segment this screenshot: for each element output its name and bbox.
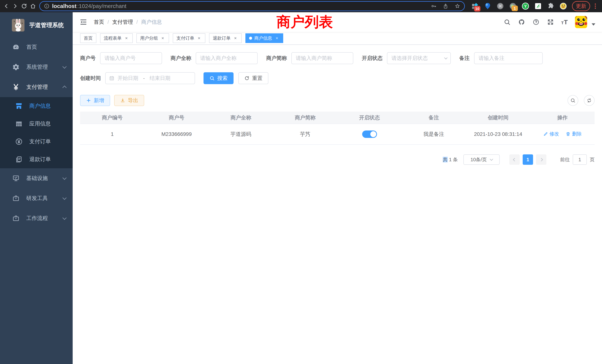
status-select[interactable]: 请选择开启状态 [387, 52, 451, 64]
pencil-icon [543, 132, 548, 136]
sidebar-item-pay-order[interactable]: 支付订单 [0, 133, 73, 150]
date-range-picker[interactable]: 开始日期 - 结束日期 [105, 72, 195, 84]
extension-command-icon[interactable]: ⌘ [496, 2, 504, 10]
sidebar-item-infra[interactable]: 基础设施 [0, 168, 73, 188]
filter-merchant-no: 商户号 [80, 52, 162, 64]
add-button[interactable]: 新增 [80, 95, 110, 106]
arrow-right-icon [12, 3, 18, 9]
full-name-input[interactable] [196, 52, 258, 64]
close-icon[interactable]: × [160, 36, 165, 41]
chevron-right-icon [539, 158, 543, 161]
home-icon [30, 3, 36, 9]
search-icon [570, 98, 576, 103]
tag-pay-order[interactable]: 支付订单 × [173, 33, 205, 43]
tag-user-group[interactable]: 用户分组 × [136, 33, 169, 43]
tag-label: 支付订单 [176, 35, 194, 41]
browser-back-button[interactable] [2, 2, 11, 11]
status-toggle[interactable] [362, 130, 377, 138]
sidebar-item-dev-tools[interactable]: 研发工具 [0, 188, 73, 208]
chrome-menu-button[interactable] [592, 3, 599, 9]
export-button[interactable]: 导出 [114, 95, 144, 106]
prev-page-button[interactable] [509, 154, 520, 165]
app-logo[interactable]: 芋道管理系统 [0, 12, 73, 37]
chrome-update-button[interactable]: 更新 [572, 1, 590, 11]
col-status: 开启状态 [337, 112, 402, 124]
filter-row-1: 商户号 商户全称 商户简称 开启状态 请选择开启状态 [80, 52, 595, 64]
search-button[interactable]: 搜索 [204, 72, 234, 84]
page-1-button[interactable]: 1 [523, 154, 533, 165]
sidebar-item-label: 系统管理 [26, 63, 48, 71]
chevron-down-icon [63, 196, 67, 200]
merchant-no-input[interactable] [100, 52, 162, 64]
toggle-search-button[interactable] [568, 95, 578, 106]
fullscreen-icon[interactable] [547, 18, 554, 26]
next-page-button[interactable] [536, 154, 546, 165]
extension-pin-icon[interactable] [484, 2, 492, 10]
breadcrumb-payment[interactable]: 支付管理 [112, 19, 133, 26]
share-icon[interactable] [443, 3, 448, 9]
browser-reload-button[interactable] [20, 2, 29, 11]
browser-chrome: localhost :1024/pay/merchant 10 [0, 0, 602, 12]
tag-merchant-info[interactable]: 商户信息 × [245, 33, 283, 43]
extension-boards-icon[interactable]: 10 [471, 2, 479, 10]
chevron-up-icon [63, 86, 67, 90]
breadcrumb-home[interactable]: 首页 [94, 19, 104, 26]
cell-create-time: 2021-10-23 08:31:14 [466, 124, 530, 145]
font-size-icon[interactable]: TT [561, 19, 568, 26]
refresh-table-button[interactable] [584, 95, 595, 106]
profile-emoji-icon[interactable] [559, 2, 567, 10]
browser-home-button[interactable] [29, 2, 37, 11]
extension-recorder-icon[interactable]: 1 [509, 2, 517, 10]
logo-image [12, 19, 24, 32]
sidebar-item-system[interactable]: 系统管理 [0, 57, 73, 77]
close-icon[interactable]: × [124, 36, 129, 41]
end-date-placeholder[interactable]: 结束日期 [150, 75, 170, 82]
help-icon[interactable] [532, 18, 540, 26]
tags-view: 首页 流程表单 × 用户分组 × 支付订单 × 退款订单 × [73, 32, 602, 45]
user-avatar[interactable] [575, 16, 587, 28]
tag-process-form[interactable]: 流程表单 × [100, 33, 133, 43]
field-label: 开启状态 [362, 55, 383, 62]
field-label: 商户全称 [171, 55, 191, 62]
table-header-row: 商户编号 商户号 商户全称 商户简称 开启状态 备注 创建时间 操作 [80, 112, 595, 124]
header-search-icon[interactable] [503, 18, 511, 26]
goto-page-input[interactable] [573, 154, 587, 165]
extensions-puzzle-icon[interactable] [547, 2, 555, 10]
delete-link[interactable]: 删除 [566, 131, 582, 137]
sidebar-item-payment[interactable]: 支付管理 [0, 77, 73, 97]
sidebar-item-workflow[interactable]: 工作流程 [0, 208, 73, 228]
address-bar[interactable]: localhost :1024/pay/merchant [39, 1, 465, 11]
browser-forward-button[interactable] [11, 2, 20, 11]
close-icon[interactable]: × [196, 36, 202, 41]
field-label: 商户简称 [266, 55, 287, 62]
sidebar-item-home[interactable]: 首页 [0, 37, 73, 57]
bookmark-star-icon[interactable] [455, 3, 460, 9]
sidebar-item-refund-order[interactable]: 退款订单 [0, 150, 73, 168]
reset-button[interactable]: 重置 [238, 72, 268, 84]
page-size-select[interactable]: 10条/页 [463, 154, 500, 165]
github-icon[interactable] [518, 18, 525, 26]
page-annotation: 商户列表 [277, 13, 333, 32]
close-icon[interactable]: × [274, 36, 280, 41]
col-remark: 备注 [402, 112, 466, 124]
remark-input[interactable] [474, 52, 543, 64]
tag-home[interactable]: 首页 [80, 33, 96, 43]
cell-remark: 我是备注 [402, 124, 466, 145]
close-icon[interactable]: × [233, 36, 238, 41]
caret-down-icon[interactable] [592, 23, 595, 26]
refresh-icon [587, 98, 592, 103]
extension-green-card-icon[interactable] [534, 2, 542, 10]
sidebar-item-merchant-info[interactable]: 商户信息 [0, 97, 73, 115]
edit-link[interactable]: 修改 [543, 131, 559, 137]
info-icon[interactable] [44, 3, 50, 9]
sidebar-item-app-info[interactable]: 应用信息 [0, 115, 73, 133]
sidebar-toggle-button[interactable] [79, 18, 87, 26]
extension-y-icon[interactable]: Y [522, 2, 529, 10]
start-date-placeholder[interactable]: 开始日期 [118, 75, 138, 82]
cell-merchant-id: 1 [80, 124, 144, 145]
tag-refund-order[interactable]: 退款订单 × [209, 33, 242, 43]
tag-label: 流程表单 [104, 35, 122, 41]
short-name-input[interactable] [291, 52, 353, 64]
navbar-actions: TT [503, 16, 595, 28]
password-key-icon[interactable] [431, 3, 437, 9]
